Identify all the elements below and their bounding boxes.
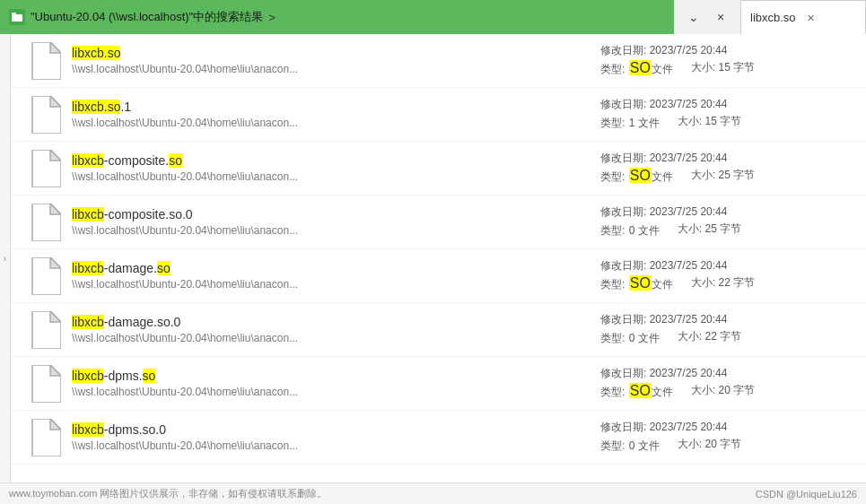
file-path: \\wsl.localhost\Ubuntu-20.04\home\liu\an… (72, 170, 582, 183)
file-details: libxcb.so.1 \\wsl.localhost\Ubuntu-20.04… (72, 100, 582, 129)
file-type: 类型: 1 文件 (600, 114, 660, 131)
file-list[interactable]: libxcb.so \\wsl.localhost\Ubuntu-20.04\h… (11, 34, 866, 482)
meta-type-row: 类型: 0 文件 大小: 22 字节 (600, 329, 852, 346)
file-path: \\wsl.localhost\Ubuntu-20.04\home\liu\an… (72, 63, 582, 75)
file-type: 类型: 0 文件 (600, 437, 660, 454)
window-controls: ⌄ × (674, 0, 740, 34)
file-icon (29, 150, 61, 187)
file-size-label: 大小: 25 字节 (678, 222, 741, 239)
modify-date-label: 修改日期: 2023/7/25 20:44 (600, 151, 727, 166)
search-tab-label: libxcb.so (750, 11, 796, 24)
file-icon (29, 311, 61, 349)
file-details: libxcb.so \\wsl.localhost\Ubuntu-20.04\h… (72, 46, 582, 75)
bottom-bar: www.toymoban.com 网络图片仅供展示，非存储，如有侵权请联系删除。… (0, 482, 866, 504)
meta-date-row: 修改日期: 2023/7/25 20:44 (600, 420, 852, 435)
modify-date-label: 修改日期: 2023/7/25 20:44 (600, 97, 727, 112)
file-size-label: 大小: 15 字节 (678, 114, 741, 131)
file-path: \\wsl.localhost\Ubuntu-20.04\home\liu\an… (72, 224, 582, 237)
file-type: 类型: 0 文件 (600, 329, 660, 346)
modify-date-label: 修改日期: 2023/7/25 20:44 (600, 420, 727, 435)
file-icon (29, 204, 61, 241)
modify-date-label: 修改日期: 2023/7/25 20:44 (600, 366, 727, 381)
file-type: 类型: SO文件 (600, 275, 673, 292)
file-size-label: 大小: 25 字节 (691, 168, 755, 185)
list-item[interactable]: libxcb.so.1 \\wsl.localhost\Ubuntu-20.04… (11, 88, 866, 142)
file-meta: 修改日期: 2023/7/25 20:44 类型: SO文件 大小: 25 字节 (600, 151, 852, 187)
folder-icon (9, 9, 25, 25)
close-tab-button[interactable]: × (803, 10, 819, 26)
file-path: \\wsl.localhost\Ubuntu-20.04\home\liu\an… (72, 332, 582, 344)
file-details: libxcb-damage.so.0 \\wsl.localhost\Ubunt… (72, 315, 582, 344)
file-name: libxcb-damage.so (72, 261, 582, 275)
file-icon (29, 257, 61, 295)
main-content: › libxcb.so \\wsl.localhost\Ubuntu-20.04… (0, 34, 866, 482)
list-item[interactable]: libxcb-dpms.so.0 \\wsl.localhost\Ubuntu-… (11, 411, 866, 465)
meta-date-row: 修改日期: 2023/7/25 20:44 (600, 43, 852, 58)
meta-type-row: 类型: SO文件 大小: 20 字节 (600, 383, 852, 400)
meta-date-row: 修改日期: 2023/7/25 20:44 (600, 151, 852, 166)
close-search-button[interactable]: × (710, 6, 731, 28)
file-size-label: 大小: 22 字节 (691, 275, 755, 292)
file-name: libxcb-dpms.so (72, 369, 582, 383)
file-type: 类型: SO文件 (600, 60, 673, 77)
file-details: libxcb-dpms.so.0 \\wsl.localhost\Ubuntu-… (72, 422, 582, 452)
file-size-label: 大小: 15 字节 (691, 60, 755, 77)
svg-rect-0 (12, 14, 22, 22)
file-details: libxcb-composite.so.0 \\wsl.localhost\Ub… (72, 207, 582, 237)
file-name: libxcb.so.1 (72, 100, 582, 114)
meta-type-row: 类型: SO文件 大小: 15 字节 (600, 60, 852, 77)
list-item[interactable]: libxcb-dpms.so \\wsl.localhost\Ubuntu-20… (11, 357, 866, 411)
meta-type-row: 类型: 1 文件 大小: 15 字节 (600, 114, 852, 131)
file-name: libxcb-dpms.so.0 (72, 422, 582, 437)
meta-type-row: 类型: SO文件 大小: 25 字节 (600, 168, 852, 185)
file-name: libxcb-composite.so (72, 153, 582, 168)
list-item[interactable]: libxcb-damage.so.0 \\wsl.localhost\Ubunt… (11, 303, 866, 357)
list-item[interactable]: libxcb-composite.so \\wsl.localhost\Ubun… (11, 142, 866, 196)
file-name: libxcb-damage.so.0 (72, 315, 582, 329)
svg-rect-1 (12, 13, 16, 15)
file-icon (29, 96, 61, 134)
modify-date-label: 修改日期: 2023/7/25 20:44 (600, 204, 727, 220)
meta-date-row: 修改日期: 2023/7/25 20:44 (600, 258, 852, 274)
modify-date-label: 修改日期: 2023/7/25 20:44 (600, 258, 727, 274)
file-icon (29, 419, 61, 456)
modify-date-label: 修改日期: 2023/7/25 20:44 (600, 312, 727, 327)
meta-date-row: 修改日期: 2023/7/25 20:44 (600, 97, 852, 112)
meta-date-row: 修改日期: 2023/7/25 20:44 (600, 366, 852, 381)
file-meta: 修改日期: 2023/7/25 20:44 类型: 1 文件 大小: 15 字节 (600, 97, 852, 133)
list-item[interactable]: libxcb-damage.so \\wsl.localhost\Ubuntu-… (11, 249, 866, 303)
file-meta: 修改日期: 2023/7/25 20:44 类型: SO文件 大小: 15 字节 (600, 43, 852, 79)
meta-type-row: 类型: 0 文件 大小: 25 字节 (600, 222, 852, 239)
file-path: \\wsl.localhost\Ubuntu-20.04\home\liu\an… (72, 439, 582, 452)
file-type: 类型: 0 文件 (600, 222, 660, 239)
modify-date-label: 修改日期: 2023/7/25 20:44 (600, 43, 727, 58)
bottom-right-text: CSDN @UniqueLiu126 (756, 489, 857, 500)
search-tab[interactable]: libxcb.so × (740, 0, 866, 34)
file-icon (29, 365, 61, 403)
meta-date-row: 修改日期: 2023/7/25 20:44 (600, 204, 852, 220)
file-path: \\wsl.localhost\Ubuntu-20.04\home\liu\an… (72, 117, 582, 129)
file-details: libxcb-damage.so \\wsl.localhost\Ubuntu-… (72, 261, 582, 291)
file-details: libxcb-composite.so \\wsl.localhost\Ubun… (72, 153, 582, 183)
breadcrumb-forward-arrow: > (268, 11, 276, 24)
list-item[interactable]: libxcb-composite.so.0 \\wsl.localhost\Ub… (11, 196, 866, 249)
left-arrow-icon: › (4, 254, 6, 264)
file-meta: 修改日期: 2023/7/25 20:44 类型: 0 文件 大小: 22 字节 (600, 312, 852, 348)
meta-type-row: 类型: SO文件 大小: 22 字节 (600, 275, 852, 292)
file-name: libxcb.so (72, 46, 582, 60)
breadcrumb-area: "Ubuntu-20.04 (\\wsl.localhost)"中的搜索结果 > (0, 0, 674, 34)
dropdown-button[interactable]: ⌄ (683, 6, 704, 28)
file-size-label: 大小: 20 字节 (691, 383, 755, 400)
file-size-label: 大小: 20 字节 (678, 437, 741, 454)
file-path: \\wsl.localhost\Ubuntu-20.04\home\liu\an… (72, 386, 582, 398)
left-panel-indicator: › (0, 34, 11, 482)
top-bar: "Ubuntu-20.04 (\\wsl.localhost)"中的搜索结果 >… (0, 0, 866, 34)
bottom-left-text: www.toymoban.com 网络图片仅供展示，非存储，如有侵权请联系删除。 (9, 487, 327, 500)
list-item[interactable]: libxcb.so \\wsl.localhost\Ubuntu-20.04\h… (11, 34, 866, 88)
file-size-label: 大小: 22 字节 (678, 329, 741, 346)
file-meta: 修改日期: 2023/7/25 20:44 类型: SO文件 大小: 22 字节 (600, 258, 852, 294)
file-icon (29, 42, 61, 80)
meta-date-row: 修改日期: 2023/7/25 20:44 (600, 312, 852, 327)
file-type: 类型: SO文件 (600, 383, 673, 400)
file-details: libxcb-dpms.so \\wsl.localhost\Ubuntu-20… (72, 369, 582, 398)
